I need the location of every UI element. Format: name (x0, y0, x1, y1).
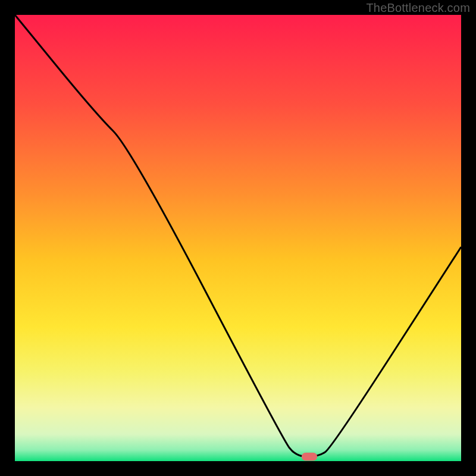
watermark-text: TheBottleneck.com (366, 1, 470, 15)
optimum-marker (302, 453, 317, 461)
chart-stage: TheBottleneck.com (0, 0, 476, 476)
bottleneck-chart (0, 0, 476, 476)
plot-background (15, 15, 461, 461)
